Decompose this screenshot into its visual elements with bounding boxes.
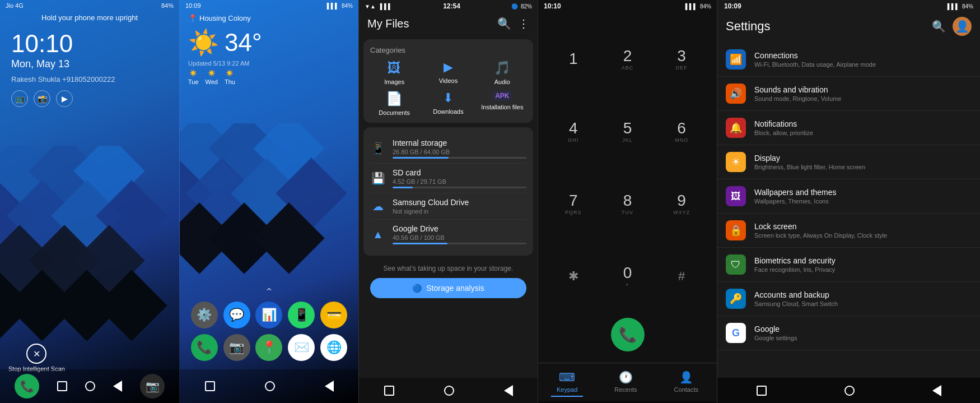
images-label: Images — [384, 78, 404, 85]
google-icon: G — [726, 323, 746, 343]
panel1-nav-square[interactable] — [57, 381, 67, 391]
panel3-search-icon[interactable]: 🔍 — [497, 17, 511, 30]
dialer-key-4[interactable]: 4 GHI — [547, 96, 600, 168]
dialer-key-6[interactable]: 6 MNO — [655, 96, 708, 168]
settings-item-display[interactable]: ☀ Display Brightness, Blue light filter,… — [717, 145, 980, 179]
internal-storage-progress — [393, 157, 526, 159]
settings-item-sounds[interactable]: 🔊 Sounds and vibration Sound mode, Ringt… — [717, 77, 980, 111]
weather-sun-icon: ☀️ — [188, 28, 219, 57]
apps-chevron-icon[interactable]: ⌃ — [188, 286, 350, 298]
panel3-nav-circle[interactable] — [444, 386, 454, 396]
key3-num: 3 — [677, 48, 686, 64]
gdrive-icon: ▲ — [370, 228, 386, 241]
panel1-phone-icon[interactable]: 📞 — [15, 374, 39, 399]
app-icon-chrome[interactable]: 🌐 — [320, 334, 347, 361]
panel1-icon-screen[interactable]: 📺 — [11, 90, 28, 107]
settings-item-biometrics[interactable]: 🛡 Biometrics and security Face recogniti… — [717, 248, 980, 282]
panel3-nav-square[interactable] — [384, 386, 394, 396]
key6-letters: MNO — [675, 137, 688, 143]
app-icon-pay[interactable]: 💳 — [320, 302, 347, 328]
settings-item-wallpaper[interactable]: 🖼 Wallpapers and themes Wallpapers, Them… — [717, 179, 980, 214]
dialer-key-0[interactable]: 0 + — [601, 240, 655, 312]
panel2-nav-circle[interactable] — [265, 381, 275, 391]
dialer-key-8[interactable]: 8 TUV — [601, 168, 655, 240]
storage-analysis-btn-label: Storage analysis — [426, 284, 484, 293]
panel1-nav-circle[interactable] — [85, 381, 95, 391]
dialer-keypad: 1 2 ABC 3 DEF 4 GHI 5 JKL 6 MNO — [538, 12, 717, 312]
recents-tab-label: Recents — [614, 386, 637, 393]
category-images[interactable]: 🖼 Images — [370, 60, 418, 85]
app-icon-maps[interactable]: 📍 — [255, 334, 282, 361]
settings-item-lockscreen[interactable]: 🔒 Lock screen Screen lock type, Always O… — [717, 214, 980, 248]
apps-row-2: 📞 📷 📍 ✉️ 🌐 — [188, 334, 350, 361]
app-icon-settings[interactable]: ⚙️ — [191, 302, 218, 328]
accounts-text: Accounts and backup Samsung Cloud, Smart… — [754, 290, 972, 307]
internal-storage-fill — [393, 157, 449, 159]
app-icon-whatsapp[interactable]: 📱 — [288, 302, 315, 328]
category-audio[interactable]: 🎵 Audio — [478, 60, 526, 85]
lock-icon: 🔒 — [730, 224, 742, 237]
avatar-image: 👤 — [955, 20, 969, 33]
dialer-key-7[interactable]: 7 PQRS — [547, 168, 600, 240]
dialer-key-star[interactable]: ✱ — [547, 240, 600, 312]
settings-item-accounts[interactable]: 🔑 Accounts and backup Samsung Cloud, Sma… — [717, 282, 980, 316]
lockscreen-icon: 🔒 — [726, 220, 746, 240]
settings-item-google[interactable]: G Google Google settings — [717, 316, 980, 350]
settings-item-connections[interactable]: 📶 Connections Wi-Fi, Bluetooth, Data usa… — [717, 43, 980, 77]
key0-num: 0 — [623, 265, 632, 281]
dialer-tab-recents[interactable]: 🕐 Recents — [609, 368, 642, 397]
settings-item-notifications[interactable]: 🔔 Notifications Block, allow, prioritize — [717, 111, 980, 145]
dialer-tab-keypad[interactable]: ⌨ Keypad — [551, 368, 583, 397]
dialer-key-5[interactable]: 5 JKL — [601, 96, 655, 168]
panel5-nav-triangle[interactable] — [932, 385, 941, 396]
panel1-icon-play[interactable]: ▶ — [56, 90, 73, 107]
dialer-key-3[interactable]: 3 DEF — [655, 24, 708, 95]
app-icon-gmail[interactable]: ✉️ — [288, 334, 315, 361]
app-icon-camera[interactable]: 📷 — [223, 334, 250, 361]
category-videos[interactable]: ▶ Videos — [424, 60, 472, 85]
panel5-nav-square[interactable] — [757, 386, 767, 396]
stop-scan-container[interactable]: ✕ Stop Intelligent Scan — [8, 344, 65, 372]
category-apk[interactable]: APK Installation files — [478, 91, 526, 116]
storage-internal[interactable]: 📱 Internal storage 26.80 GB / 64.00 GB — [370, 134, 526, 164]
dialer-key-9[interactable]: 9 WXYZ — [655, 168, 708, 240]
dialer-key-hash[interactable]: # — [655, 240, 708, 312]
dialer-key-1[interactable]: 1 — [547, 24, 600, 95]
panel4-status-right: ▌▌▌ 84% — [685, 3, 711, 10]
app-icon-messages[interactable]: 💬 — [223, 302, 250, 328]
storage-sdcard[interactable]: 💾 SD card 4.52 GB / 29.71 GB — [370, 164, 526, 193]
storage-samsung-cloud[interactable]: ☁ Samsung Cloud Drive Not signed in — [370, 193, 526, 220]
category-documents[interactable]: 📄 Documents — [370, 91, 418, 116]
dialer-tab-contacts[interactable]: 👤 Contacts — [669, 368, 704, 397]
display-desc: Brightness, Blue light filter, Home scre… — [754, 164, 972, 170]
panel-my-files: ▼▲ ▌▌▌ 12:54 🔵 82% My Files 🔍 ⋮ Categori… — [358, 0, 538, 403]
storage-gdrive[interactable]: ▲ Google Drive 40.56 GB / 100 GB — [370, 220, 526, 249]
panel2-location-text: Housing Colony — [199, 14, 251, 22]
gdrive-name: Google Drive — [393, 224, 526, 233]
category-downloads[interactable]: ⬇ Downloads — [424, 91, 472, 116]
app-icon-phone[interactable]: 📞 — [191, 334, 218, 361]
display-name: Display — [754, 154, 972, 163]
user-avatar[interactable]: 👤 — [953, 17, 972, 36]
panel1-camera-icon[interactable]: 📷 — [140, 374, 165, 399]
wed-sun-icon: ☀️ — [208, 70, 216, 77]
panel3-battery: 82% — [521, 3, 532, 10]
panel3-more-icon[interactable]: ⋮ — [518, 17, 529, 30]
app-icon-samsung-pay[interactable]: 📊 — [255, 302, 282, 328]
panel1-nav-triangle[interactable] — [113, 381, 122, 392]
dialer-key-2[interactable]: 2 ABC — [601, 24, 655, 95]
storage-analysis-button[interactable]: 🔵 Storage analysis — [370, 278, 526, 298]
panel1-icon-camera[interactable]: 📸 — [34, 90, 50, 107]
panel5-search-icon[interactable]: 🔍 — [932, 20, 946, 33]
panel5-status-bar: 10:09 ▌▌▌ 84% — [717, 0, 980, 12]
key7-letters: PQRS — [565, 210, 582, 215]
panel5-nav-circle[interactable] — [844, 386, 855, 396]
gdrive-size: 40.56 GB / 100 GB — [393, 234, 526, 241]
panel3-nav-triangle[interactable] — [504, 385, 513, 396]
stop-scan-button[interactable]: ✕ Stop Intelligent Scan — [8, 344, 65, 372]
call-button[interactable]: 📞 — [611, 318, 645, 351]
panel2-nav-square[interactable] — [205, 381, 215, 391]
weather-day-tue: ☀️ Tue — [188, 70, 199, 85]
panel5-battery: 84% — [962, 3, 973, 10]
panel2-nav-triangle[interactable] — [325, 381, 334, 392]
